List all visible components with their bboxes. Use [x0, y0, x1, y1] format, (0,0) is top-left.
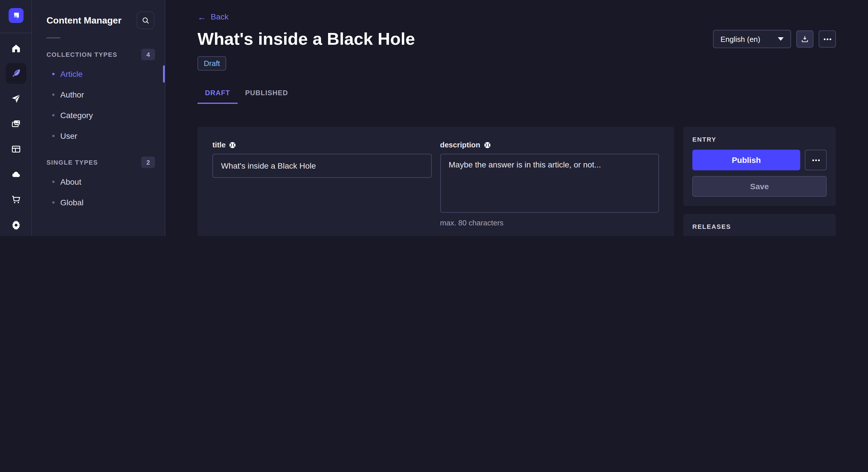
nav-content-manager[interactable] [6, 63, 26, 84]
title-field-label: title [212, 140, 226, 149]
back-arrow-icon: ← [197, 12, 206, 21]
back-label: Back [211, 12, 228, 21]
settings-gear-icon [10, 219, 22, 231]
sidebar-item-about[interactable]: About [33, 171, 165, 192]
description-field-label: description [440, 140, 480, 149]
single-types-section: SINGLE TYPES 2 About Global [33, 157, 165, 213]
status-badge: Draft [197, 56, 226, 71]
content-feather-icon [10, 68, 22, 79]
subnav-divider [46, 37, 60, 38]
content-manager-subnav: Content Manager COLLECTION TYPES 4 Artic… [33, 0, 165, 236]
releases-panel: RELEASES Will be published in Spring Sum… [683, 214, 836, 236]
strapi-logo-icon [11, 10, 21, 21]
sidebar-item-global[interactable]: Global [33, 192, 165, 213]
main-content: ← Back What's inside a Black Hole Englis… [165, 0, 868, 236]
bullet-icon [52, 181, 55, 183]
field-description: description Maybe the answer is in this … [440, 140, 659, 227]
header-more-options-button[interactable] [818, 30, 836, 47]
releases-panel-title: RELEASES [692, 223, 827, 230]
media-library-icon [10, 118, 22, 130]
localization-globe-icon [484, 141, 491, 148]
collection-types-count-badge: 4 [141, 49, 155, 60]
ellipsis-icon [826, 38, 828, 40]
bullet-icon [52, 73, 55, 75]
marketplace-cart-icon [10, 194, 22, 205]
description-hint: max. 80 characters [440, 218, 659, 227]
locale-select[interactable]: English (en) [713, 30, 791, 48]
nav-pages[interactable] [6, 139, 26, 160]
single-types-count-badge: 2 [141, 157, 155, 168]
sidebar-item-category[interactable]: Category [33, 105, 165, 126]
publish-button[interactable]: Publish [692, 150, 800, 170]
sidebar-item-label: Author [60, 90, 84, 99]
tab-published[interactable]: PUBLISHED [238, 86, 296, 104]
search-button[interactable] [136, 11, 154, 29]
app-window: KD Content Manager COLLECTION TYPES 4 Ar… [0, 0, 868, 236]
nav-releases[interactable] [6, 88, 26, 109]
entry-sidebar: ENTRY Publish Save RELEASES Will be publ… [683, 127, 836, 236]
cloud-icon [10, 169, 22, 180]
sidebar-item-author[interactable]: Author [33, 84, 165, 105]
section-label: COLLECTION TYPES [46, 51, 117, 58]
rail-divider [0, 33, 32, 33]
paper-plane-icon [10, 93, 22, 104]
strapi-logo[interactable] [9, 8, 24, 23]
bullet-icon [52, 114, 55, 116]
tab-draft[interactable]: DRAFT [197, 86, 238, 104]
home-icon [10, 42, 22, 54]
title-input[interactable] [212, 154, 431, 178]
localization-globe-icon [229, 141, 236, 148]
nav-home[interactable] [6, 38, 26, 59]
ellipsis-icon [815, 159, 817, 161]
bullet-icon [52, 201, 55, 204]
sidebar-item-label: Global [60, 198, 84, 207]
sidebar-item-label: Category [60, 111, 93, 120]
chevron-down-icon [778, 37, 784, 41]
section-label: SINGLE TYPES [46, 159, 98, 166]
search-icon [141, 16, 150, 25]
sidebar-item-label: About [60, 177, 81, 187]
nav-cloud[interactable] [6, 164, 26, 185]
page-title: What's inside a Black Hole [197, 29, 415, 49]
bullet-icon [52, 94, 55, 96]
nav-settings[interactable] [6, 214, 26, 235]
field-title: title [212, 140, 431, 227]
sidebar-item-user[interactable]: User [33, 126, 165, 146]
locale-value: English (en) [720, 35, 761, 43]
pages-layout-icon [10, 143, 22, 155]
edit-form-card: title description Maybe the answer is in… [197, 127, 674, 236]
sidebar-item-label: Article [60, 69, 83, 78]
save-button[interactable]: Save [692, 176, 827, 197]
subnav-title: Content Manager [46, 15, 121, 26]
description-textarea[interactable]: Maybe the answer is in this article, or … [440, 154, 659, 213]
main-nav-rail: KD [0, 0, 32, 236]
nav-media-library[interactable] [6, 113, 26, 134]
nav-marketplace[interactable] [6, 189, 26, 210]
entry-panel: ENTRY Publish Save [683, 127, 836, 206]
sidebar-item-article[interactable]: Article [33, 64, 165, 84]
download-icon [800, 34, 809, 43]
bullet-icon [52, 135, 55, 137]
sidebar-item-label: User [60, 131, 77, 140]
export-button[interactable] [796, 30, 813, 47]
collection-types-section: COLLECTION TYPES 4 Article Author Catego… [33, 49, 165, 146]
version-tabs: DRAFT PUBLISHED [197, 86, 836, 104]
back-link[interactable]: ← Back [197, 11, 836, 22]
entry-more-options-button[interactable] [805, 150, 827, 170]
entry-panel-title: ENTRY [692, 136, 827, 143]
active-indicator [163, 65, 165, 82]
